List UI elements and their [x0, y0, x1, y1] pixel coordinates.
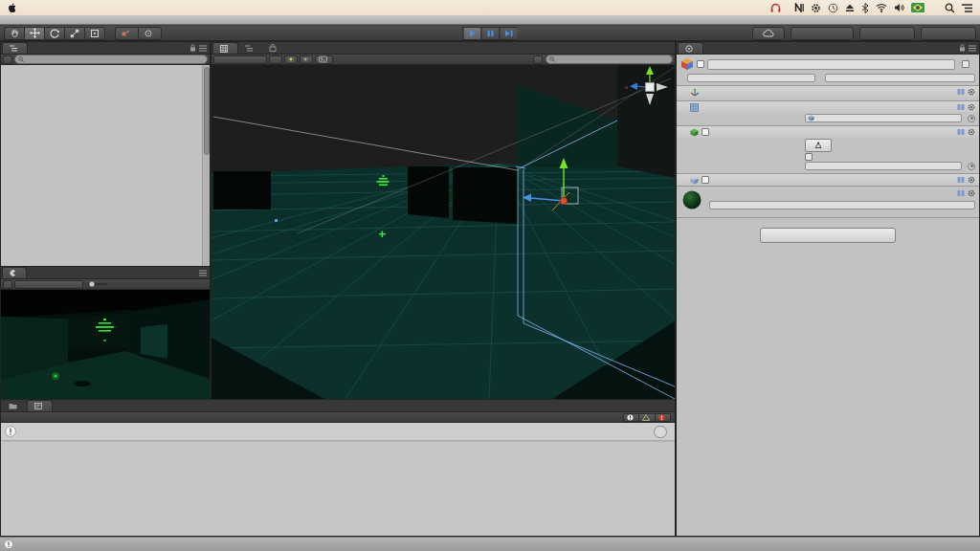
help-book-icon[interactable] — [957, 189, 965, 197]
scale-slider[interactable] — [87, 280, 108, 288]
account-dropdown[interactable] — [791, 27, 854, 40]
volume-icon[interactable] — [894, 3, 904, 12]
tab-lighting[interactable] — [238, 42, 262, 54]
tab-inspector[interactable] — [678, 42, 703, 54]
box-collider-enabled-checkbox[interactable] — [702, 128, 709, 136]
tab-asset-store[interactable] — [262, 42, 286, 54]
inspector-panel — [676, 41, 980, 537]
component-gear-icon[interactable] — [968, 189, 975, 197]
brazil-flag-icon[interactable] — [911, 3, 924, 12]
scene-search-input[interactable] — [546, 55, 673, 64]
shader-dropdown[interactable] — [709, 201, 975, 209]
component-gear-icon[interactable] — [968, 88, 975, 96]
component-gear-icon[interactable] — [968, 103, 975, 111]
panel-menu-icon[interactable] — [199, 270, 207, 276]
panel-menu-icon[interactable] — [199, 45, 207, 52]
console-detail-pane[interactable] — [1, 441, 675, 524]
mesh-object-field[interactable] — [805, 114, 962, 122]
object-gizmo-dot[interactable] — [275, 219, 278, 222]
layer-dropdown[interactable] — [825, 74, 975, 82]
notification-center-icon[interactable] — [962, 4, 972, 12]
help-book-icon[interactable] — [957, 103, 965, 111]
window-title-bar[interactable] — [0, 15, 980, 25]
move-tool-button[interactable] — [24, 27, 44, 40]
gizmos-dropdown[interactable] — [533, 55, 543, 64]
component-gear-icon[interactable] — [968, 128, 975, 136]
add-component-button[interactable] — [760, 228, 896, 243]
static-checkbox[interactable] — [962, 60, 969, 68]
mesh-filter-header[interactable] — [677, 100, 979, 113]
info-filter-toggle[interactable] — [623, 413, 639, 422]
help-book-icon[interactable] — [957, 128, 965, 136]
mesh-renderer-header[interactable] — [677, 173, 979, 186]
step-button[interactable] — [500, 27, 518, 40]
gameobject-name-field[interactable] — [707, 59, 955, 70]
console-log-entry[interactable] — [1, 423, 675, 441]
scale-tool-button[interactable] — [64, 27, 84, 40]
game-icon — [10, 270, 16, 276]
wifi-icon[interactable] — [876, 3, 887, 12]
warning-filter-toggle[interactable] — [639, 413, 656, 422]
aspect-dropdown[interactable] — [14, 280, 83, 289]
move-gizmo-center[interactable] — [560, 197, 567, 204]
is-trigger-checkbox[interactable] — [805, 153, 813, 161]
tab-hierarchy[interactable] — [2, 42, 28, 54]
scene-viewport[interactable]: x y — [212, 65, 675, 399]
lock-icon[interactable] — [959, 44, 966, 52]
clock-icon[interactable] — [828, 3, 838, 13]
display-dropdown[interactable] — [3, 280, 12, 289]
pause-button[interactable] — [481, 27, 500, 40]
mesh-renderer-enabled-checkbox[interactable] — [702, 176, 709, 184]
game-viewport[interactable] — [1, 290, 210, 400]
panel-menu-icon[interactable] — [969, 45, 976, 52]
layers-dropdown[interactable] — [859, 27, 915, 40]
headphones-icon[interactable] — [770, 3, 781, 13]
rotate-tool-button[interactable] — [44, 27, 64, 40]
gear-icon[interactable] — [811, 3, 821, 13]
tab-game[interactable] — [2, 267, 27, 278]
edit-collider-button[interactable] — [805, 139, 832, 152]
hierarchy-search-input[interactable] — [14, 55, 208, 64]
active-checkbox[interactable] — [697, 60, 704, 68]
scene-wall — [408, 166, 449, 218]
audio-toggle-button[interactable] — [300, 55, 313, 64]
eject-icon[interactable] — [845, 3, 855, 12]
hand-tool-button[interactable] — [4, 27, 24, 40]
scrollbar-thumb[interactable] — [204, 67, 210, 155]
lighting-toggle-button[interactable] — [284, 55, 298, 64]
bluetooth-icon[interactable] — [861, 3, 869, 13]
physic-material-field[interactable] — [805, 162, 962, 170]
layout-dropdown[interactable] — [921, 27, 976, 40]
tab-project[interactable] — [2, 400, 27, 411]
transform-header[interactable] — [677, 85, 979, 98]
tab-scene[interactable] — [212, 42, 238, 54]
apple-logo-icon[interactable] — [8, 3, 17, 13]
gizmo-cube[interactable] — [646, 83, 655, 92]
shading-mode-dropdown[interactable] — [213, 55, 267, 64]
object-picker-button[interactable] — [968, 163, 975, 170]
pivot-toggle-button[interactable] — [115, 27, 138, 40]
spotlight-search-icon[interactable] — [945, 3, 955, 13]
help-book-icon[interactable] — [957, 176, 965, 184]
2d-toggle-button[interactable] — [269, 55, 282, 64]
create-button[interactable] — [3, 55, 12, 64]
object-picker-button[interactable] — [968, 115, 975, 122]
material-name-row — [705, 188, 975, 198]
cloud-button[interactable] — [752, 27, 785, 40]
tag-dropdown[interactable] — [687, 74, 815, 82]
status-bar[interactable] — [0, 537, 980, 551]
lock-icon[interactable] — [189, 44, 196, 52]
error-filter-toggle[interactable] — [656, 413, 671, 422]
game-render — [1, 290, 210, 400]
help-book-icon[interactable] — [957, 88, 965, 96]
hierarchy-scrollbar[interactable] — [202, 65, 210, 267]
box-collider-header[interactable] — [677, 125, 979, 138]
effects-dropdown[interactable] — [315, 55, 333, 64]
material-sphere-preview[interactable] — [682, 190, 702, 209]
rotation-toggle-button[interactable] — [138, 27, 162, 40]
rect-tool-button[interactable] — [84, 27, 105, 40]
n-app-icon[interactable] — [794, 3, 804, 12]
play-button[interactable] — [463, 27, 481, 40]
tab-console[interactable] — [27, 400, 53, 411]
component-gear-icon[interactable] — [968, 176, 975, 184]
